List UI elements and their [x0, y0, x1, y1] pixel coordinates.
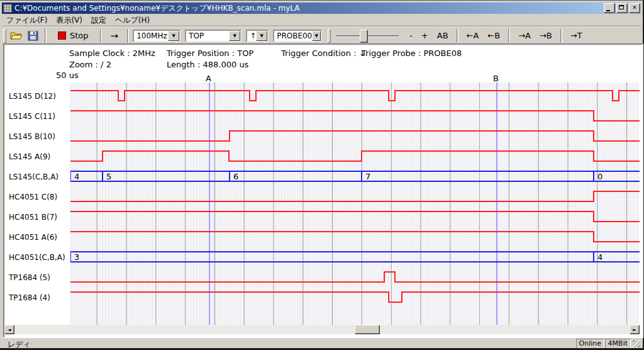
trigger-probe-info: Trigger Probe : PROBE08	[362, 48, 462, 58]
sample-clock-combo[interactable]: 100MHz ▼	[133, 30, 180, 42]
menu-help[interactable]: ヘルプ(H)	[111, 14, 154, 26]
sample-clock-value: 100MHz	[136, 31, 167, 40]
channel-label: HC4051(C,B,A)	[9, 253, 65, 262]
chevron-down-icon[interactable]: ▼	[168, 31, 179, 41]
goto-marker-b-right-button[interactable]: →B	[536, 30, 555, 42]
goto-marker-a-right-button[interactable]: →A	[515, 30, 534, 42]
svg-text:4: 4	[597, 252, 602, 262]
minimize-button[interactable]	[604, 3, 615, 13]
chevron-down-icon[interactable]: ▼	[312, 31, 321, 41]
channel-label: TP1684 (4)	[9, 293, 50, 303]
time-scale-label: 50 us	[56, 71, 79, 80]
svg-text:6: 6	[233, 172, 238, 181]
scroll-left-button[interactable]: ◄	[4, 325, 14, 334]
channel-label: HC4051 B(7)	[9, 213, 57, 222]
channel-label: TP1684 (5)	[9, 273, 50, 283]
svg-text:3: 3	[74, 252, 79, 262]
waveform-panel: Sample Clock : 2MHz Trigger Position : T…	[3, 43, 643, 338]
trigger-edge-combo[interactable]: ↑ ▼	[246, 30, 269, 42]
trigger-position-value: TOP	[189, 31, 204, 40]
toolbar-separator	[457, 29, 458, 43]
app-icon	[3, 4, 12, 13]
minimize-icon	[606, 10, 610, 11]
zoom-info: Zoom : / 2	[69, 60, 111, 69]
trigger-probe-value: PROBE00	[277, 31, 312, 40]
trigger-position-info: Trigger Position : TOP	[167, 48, 253, 58]
goto-trigger-button[interactable]: →T	[567, 30, 586, 42]
single-run-button[interactable]: →	[106, 30, 124, 42]
maximize-icon	[619, 5, 624, 9]
goto-marker-a-left-button[interactable]: ←A	[464, 30, 482, 42]
close-button[interactable]: ✕	[629, 3, 640, 13]
waveform-canvas[interactable]: 4567034	[70, 80, 640, 325]
svg-text:0: 0	[597, 172, 602, 181]
channel-label: LS145(C,B,A)	[9, 172, 58, 182]
chevron-down-icon[interactable]: ▼	[256, 31, 267, 41]
stop-icon	[58, 31, 66, 40]
zoom-out-button[interactable]: -	[406, 30, 416, 42]
channel-label: LS145 D(12)	[9, 92, 56, 101]
save-file-button[interactable]	[28, 31, 38, 41]
channel-label: LS145 B(10)	[9, 132, 55, 142]
chevron-down-icon[interactable]: ▼	[229, 31, 240, 41]
scroll-left-icon: ◄	[8, 327, 11, 332]
status-memory-badge: 4MBit	[605, 339, 631, 349]
scroll-right-button[interactable]: ►	[630, 325, 640, 334]
goto-marker-b-left-button[interactable]: ←B	[484, 30, 503, 42]
length-info: Length : 488.000 us	[167, 60, 248, 69]
sample-clock-info: Sample Clock : 2MHz	[69, 48, 155, 58]
toolbar: Stop → 100MHz ▼ TOP ▼ ↑ ▼ PROBE00 ▼ - + …	[2, 26, 640, 44]
maximize-button[interactable]	[616, 3, 628, 13]
scrollbar-thumb[interactable]	[355, 325, 380, 334]
toolbar-separator	[127, 29, 129, 43]
ab-button[interactable]: AB	[434, 30, 452, 42]
save-floppy-icon	[28, 31, 38, 41]
svg-text:5: 5	[106, 172, 111, 181]
slider-thumb[interactable]	[360, 30, 368, 43]
trigger-condition-info: Trigger Condition : ↓	[281, 48, 366, 58]
forward-arrow-icon: →	[111, 30, 119, 42]
svg-text:4: 4	[74, 172, 79, 181]
channel-label: HC4051 C(8)	[9, 193, 57, 202]
scroll-right-icon: ►	[633, 327, 636, 332]
window-title: C:¥Documents and Settings¥noname¥デスクトップ¥…	[14, 3, 602, 14]
toolbar-separator	[560, 29, 562, 43]
horizontal-scrollbar[interactable]: ◄ ►	[4, 325, 640, 334]
title-bar: C:¥Documents and Settings¥noname¥デスクトップ¥…	[2, 3, 640, 14]
toolbar-separator	[100, 29, 102, 43]
menu-settings[interactable]: 設定	[87, 14, 111, 26]
trigger-edge-value: ↑	[250, 31, 256, 40]
toolbar-grip	[3, 29, 6, 43]
status-online-badge: Online	[576, 339, 604, 349]
menu-file[interactable]: ファイル(F)	[2, 14, 52, 26]
app-window: C:¥Documents and Settings¥noname¥デスクトップ¥…	[0, 0, 644, 350]
trigger-position-combo[interactable]: TOP ▼	[185, 30, 242, 42]
resize-grip[interactable]	[633, 340, 640, 347]
open-file-button[interactable]	[10, 31, 23, 41]
stop-label: Stop	[70, 31, 89, 40]
stop-button[interactable]: Stop	[54, 30, 92, 42]
open-folder-icon	[10, 31, 23, 41]
close-icon: ✕	[632, 4, 637, 11]
toolbar-separator	[508, 29, 510, 43]
toolbar-grip	[328, 29, 331, 43]
toolbar-separator	[45, 29, 47, 43]
channel-label: LS145 A(9)	[9, 152, 50, 162]
status-bar: レディ Online 4MBit	[1, 337, 641, 349]
menu-bar: ファイル(F) 表示(V) 設定 ヘルプ(H)	[2, 14, 640, 26]
channel-label: HC4051 A(6)	[9, 233, 57, 242]
svg-text:7: 7	[365, 172, 370, 181]
zoom-slider[interactable]	[336, 29, 399, 43]
channel-label: LS145 C(11)	[9, 112, 55, 121]
menu-view[interactable]: 表示(V)	[52, 14, 87, 26]
zoom-in-button[interactable]: +	[418, 30, 431, 42]
trigger-probe-combo[interactable]: PROBE00 ▼	[273, 30, 322, 42]
